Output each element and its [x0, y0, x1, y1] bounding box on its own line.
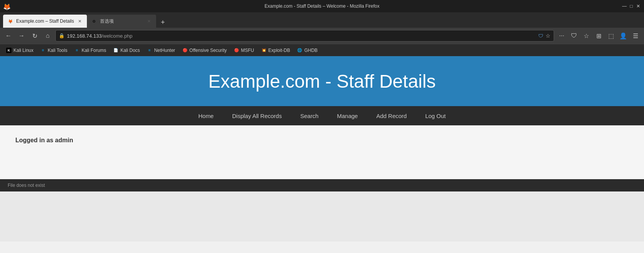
bookmark-ghdb-label: GHDB: [304, 48, 318, 53]
new-tab-button[interactable]: +: [158, 17, 168, 28]
tab-title: Example.com – Staff Details: [16, 18, 74, 24]
bookmark-kali-linux-label: Kali Linux: [13, 48, 33, 53]
url-base: 192.168.74.133: [67, 33, 102, 39]
bookmark-kali-tools-label: Kali Tools: [48, 48, 67, 53]
kali-docs-icon: 📄: [113, 48, 118, 53]
page-footer: File does not exist: [0, 179, 644, 191]
synced-tabs-button[interactable]: ⬚: [606, 30, 616, 41]
bookmark-kali-linux[interactable]: K Kali Linux: [3, 45, 37, 55]
browser-chrome: 🦊 Example.com - Staff Details – Welcome …: [0, 0, 644, 56]
bookmark-kali-docs-label: Kali Docs: [120, 48, 140, 53]
kali-tools-icon: ≡: [40, 48, 46, 53]
nav-display-all[interactable]: Display All Records: [231, 113, 283, 119]
back-button[interactable]: ←: [3, 30, 14, 41]
offensive-security-icon: 🔴: [182, 48, 188, 53]
other-tab[interactable]: ⚙ 首选项 ✕: [87, 15, 156, 28]
tab-other-close-button[interactable]: ✕: [146, 19, 151, 24]
window-controls: — □ ✕: [622, 3, 641, 9]
bookmark-kali-forums[interactable]: ≡ Kali Forums: [71, 45, 109, 55]
kali-linux-icon: K: [6, 48, 12, 53]
bookmark-kali-forums-label: Kali Forums: [82, 48, 106, 53]
tab-other-favicon: ⚙: [92, 18, 97, 24]
url-path: /welcome.php: [102, 33, 132, 39]
bookmark-kali-docs[interactable]: 📄 Kali Docs: [110, 45, 143, 55]
bookmark-msfu-label: MSFU: [241, 48, 254, 53]
bookmark-exploit-db-label: Exploit-DB: [268, 48, 290, 53]
shield-icon: 🛡: [538, 33, 543, 39]
lock-icon: 🔒: [59, 33, 65, 38]
logged-in-text: Logged in as admin: [15, 137, 629, 144]
bookmark-exploit-db[interactable]: 💥 Exploit-DB: [258, 45, 293, 55]
page-content: Logged in as admin: [0, 125, 644, 179]
nav-manage[interactable]: Manage: [335, 113, 359, 119]
bookmark-offensive-security-label: Offensive Security: [190, 48, 227, 53]
account-button[interactable]: 👤: [618, 30, 629, 41]
minimize-button[interactable]: —: [622, 3, 627, 9]
nav-extras: ··· 🛡 ☆ ⊞ ⬚ 👤 ☰: [556, 30, 641, 41]
page-header: Example.com - Staff Details: [0, 56, 644, 106]
tab-favicon: 🦊: [8, 18, 13, 24]
nav-add-record[interactable]: Add Record: [375, 113, 408, 119]
msfu-icon: 🔴: [234, 48, 239, 53]
nav-home[interactable]: Home: [197, 113, 215, 119]
bookmark-kali-tools[interactable]: ≡ Kali Tools: [37, 45, 70, 55]
title-bar-text: Example.com - Staff Details – Welcome - …: [265, 3, 379, 9]
home-button[interactable]: ⌂: [42, 30, 53, 41]
close-button[interactable]: ✕: [636, 3, 641, 9]
reload-button[interactable]: ↻: [29, 30, 40, 41]
bookmark-star-button[interactable]: ☆: [581, 30, 592, 41]
bookmark-nethunter[interactable]: ≡ NetHunter: [144, 45, 178, 55]
tab-close-button[interactable]: ✕: [77, 19, 82, 24]
nav-search[interactable]: Search: [299, 113, 320, 119]
shield-button[interactable]: 🛡: [569, 30, 579, 41]
bookmark-msfu[interactable]: 🔴 MSFU: [231, 45, 257, 55]
bottom-area: [0, 191, 644, 241]
exploit-db-icon: 💥: [261, 48, 266, 53]
star-icon[interactable]: ☆: [546, 33, 551, 39]
active-tab[interactable]: 🦊 Example.com – Staff Details ✕: [3, 15, 87, 28]
address-url: 192.168.74.133/welcome.php: [67, 33, 536, 39]
library-button[interactable]: ⊞: [593, 30, 604, 41]
menu-button[interactable]: ☰: [630, 30, 641, 41]
maximize-button[interactable]: □: [629, 3, 634, 9]
bookmarks-bar: K Kali Linux ≡ Kali Tools ≡ Kali Forums …: [0, 44, 644, 56]
firefox-icon: 🦊: [3, 3, 9, 9]
bookmark-nethunter-label: NetHunter: [154, 48, 175, 53]
more-button[interactable]: ···: [556, 30, 567, 41]
kali-forums-icon: ≡: [74, 48, 80, 53]
ghdb-icon: 🌐: [297, 48, 302, 53]
title-bar: 🦊 Example.com - Staff Details – Welcome …: [0, 0, 644, 12]
forward-button[interactable]: →: [16, 30, 27, 41]
page-nav: Home Display All Records Search Manage A…: [0, 106, 644, 125]
address-bar[interactable]: 🔒 192.168.74.133/welcome.php 🛡 ☆: [55, 30, 554, 42]
tab-other-title: 首选项: [100, 18, 143, 25]
navigation-bar: ← → ↻ ⌂ 🔒 192.168.74.133/welcome.php 🛡 ☆…: [0, 28, 644, 44]
bookmark-ghdb[interactable]: 🌐 GHDB: [294, 45, 321, 55]
page-title: Example.com - Staff Details: [208, 71, 436, 92]
tab-bar: 🦊 Example.com – Staff Details ✕ ⚙ 首选项 ✕ …: [0, 12, 644, 28]
nav-log-out[interactable]: Log Out: [424, 113, 447, 119]
webpage: Example.com - Staff Details Home Display…: [0, 56, 644, 241]
footer-text: File does not exist: [8, 183, 45, 188]
bookmark-offensive-security[interactable]: 🔴 Offensive Security: [179, 45, 230, 55]
nethunter-icon: ≡: [147, 48, 152, 53]
